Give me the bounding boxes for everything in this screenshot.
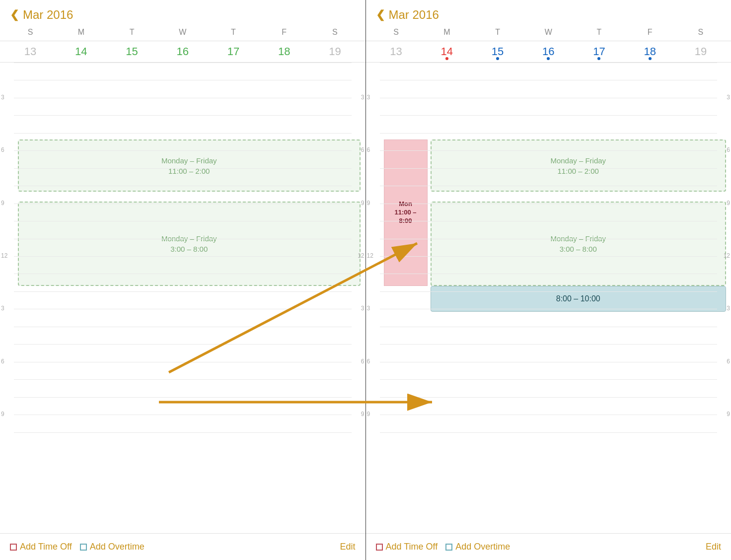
right-pink-block: Mon11:00 –8:00 xyxy=(384,140,428,286)
main-container: ❮ Mar 2016 S M T W T F S 13 14 15 16 17 … xyxy=(0,0,731,560)
right-day-s2: S xyxy=(675,26,726,41)
left-add-overtime-button[interactable]: Add Overtime xyxy=(90,542,145,552)
left-panel: ❮ Mar 2016 S M T W T F S 13 14 15 16 17 … xyxy=(0,0,366,560)
right-time-off-icon xyxy=(376,544,383,551)
left-date-18[interactable]: 18 xyxy=(259,41,309,62)
right-month-title: Mar 2016 xyxy=(389,8,439,22)
right-block1-line2: 11:00 – 2:00 xyxy=(558,166,599,176)
left-time-off-icon xyxy=(10,544,17,551)
right-dot-17 xyxy=(597,57,600,60)
left-block1-line1: Monday – Friday xyxy=(161,155,217,166)
right-teal-block: 8:00 – 10:00 xyxy=(431,286,727,312)
left-day-m: M xyxy=(56,26,106,41)
right-day-w: W xyxy=(523,26,574,41)
left-date-14[interactable]: 14 xyxy=(56,41,106,62)
right-date-13: 13 xyxy=(371,41,422,62)
right-week-row: 13 14 15 16 17 18 19 xyxy=(366,41,731,63)
right-dot-14 xyxy=(445,57,448,60)
left-back-arrow[interactable]: ❮ xyxy=(10,8,19,21)
left-day-s2: S xyxy=(309,26,360,41)
left-date-17[interactable]: 17 xyxy=(208,41,259,62)
left-add-time-off-button[interactable]: Add Time Off xyxy=(20,542,72,552)
right-footer: Add Time Off Add Overtime Edit xyxy=(366,533,731,560)
right-time-off-legend: Add Time Off xyxy=(376,542,438,552)
left-calendar-header: S M T W T F S xyxy=(0,26,366,41)
right-back-arrow[interactable]: ❮ xyxy=(376,8,385,21)
left-day-t2: T xyxy=(208,26,259,41)
right-date-14[interactable]: 14 xyxy=(422,41,472,62)
right-day-m: M xyxy=(422,26,472,41)
right-calendar-header: S M T W T F S xyxy=(366,26,731,41)
left-day-w: W xyxy=(157,26,208,41)
right-day-t1: T xyxy=(472,26,523,41)
left-date-16[interactable]: 16 xyxy=(157,41,208,62)
left-day-s1: S xyxy=(5,26,56,41)
right-overtime-legend: Add Overtime xyxy=(445,542,510,552)
left-edit-button[interactable]: Edit xyxy=(340,542,355,552)
right-date-19: 19 xyxy=(675,41,726,62)
right-block2-line2: 3:00 – 8:00 xyxy=(560,244,597,254)
left-footer: Add Time Off Add Overtime Edit xyxy=(0,533,366,560)
right-day-t2: T xyxy=(574,26,624,41)
right-block1-line1: Monday – Friday xyxy=(550,155,606,166)
right-schedule-block1: Monday – Friday 11:00 – 2:00 xyxy=(431,140,727,192)
right-overtime-icon xyxy=(445,544,452,551)
left-overtime-icon xyxy=(80,544,87,551)
left-time-off-legend: Add Time Off xyxy=(10,542,72,552)
right-pink-block-text: Mon11:00 –8:00 xyxy=(394,200,416,225)
left-schedule-area: Monday – Friday 11:00 – 2:00 Monday – Fr… xyxy=(0,63,366,533)
right-panel: ❮ Mar 2016 S M T W T F S 13 14 15 16 xyxy=(366,0,731,560)
left-date-19: 19 xyxy=(309,41,360,62)
left-schedule-block1: Monday – Friday 11:00 – 2:00 xyxy=(18,140,361,192)
right-date-15[interactable]: 15 xyxy=(472,41,523,62)
right-dot-16 xyxy=(547,57,550,60)
left-block1-line2: 11:00 – 2:00 xyxy=(168,166,210,176)
right-add-overtime-button[interactable]: Add Overtime xyxy=(455,542,510,552)
left-week-row: 13 14 15 16 17 18 19 xyxy=(0,41,366,63)
left-day-f: F xyxy=(259,26,309,41)
right-header: ❮ Mar 2016 xyxy=(366,0,731,26)
right-dot-18 xyxy=(649,57,652,60)
right-schedule-area: Monday – Friday 11:00 – 2:00 Monday – Fr… xyxy=(366,63,731,533)
right-add-time-off-button[interactable]: Add Time Off xyxy=(386,542,438,552)
left-overtime-legend: Add Overtime xyxy=(80,542,145,552)
left-header: ❮ Mar 2016 xyxy=(0,0,366,26)
right-day-s1: S xyxy=(371,26,422,41)
right-teal-block-text: 8:00 – 10:00 xyxy=(556,294,600,303)
right-date-16[interactable]: 16 xyxy=(523,41,574,62)
left-date-15[interactable]: 15 xyxy=(106,41,157,62)
right-dot-15 xyxy=(496,57,499,60)
right-day-f: F xyxy=(625,26,675,41)
left-block2-line2: 3:00 – 8:00 xyxy=(170,244,208,254)
left-day-t1: T xyxy=(106,26,157,41)
right-date-18[interactable]: 18 xyxy=(625,41,675,62)
left-month-title: Mar 2016 xyxy=(23,8,73,22)
right-edit-button[interactable]: Edit xyxy=(706,542,721,552)
right-date-17[interactable]: 17 xyxy=(574,41,624,62)
left-date-13: 13 xyxy=(5,41,56,62)
